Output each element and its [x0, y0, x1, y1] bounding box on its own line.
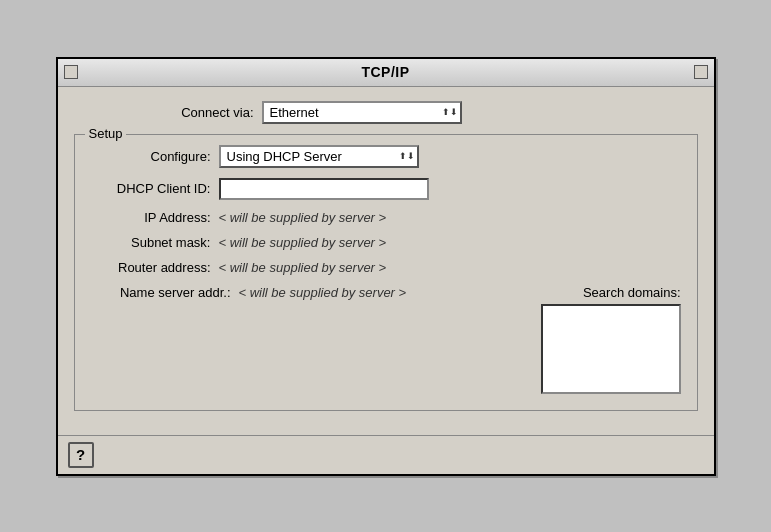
connect-via-label: Connect via:: [134, 105, 254, 120]
router-address-row: Router address: < will be supplied by se…: [91, 260, 681, 275]
bottom-section: Name server addr.: < will be supplied by…: [91, 285, 681, 394]
setup-group: Setup Configure: Using DHCP Server Manua…: [74, 134, 698, 411]
router-address-value: < will be supplied by server >: [219, 260, 387, 275]
ip-address-label: IP Address:: [91, 210, 211, 225]
setup-legend: Setup: [85, 126, 127, 141]
search-domains-section: Search domains:: [541, 285, 681, 394]
help-icon: ?: [76, 446, 85, 463]
subnet-mask-value: < will be supplied by server >: [219, 235, 387, 250]
connect-via-select-wrapper: Ethernet PPP AppleTalk (MacIP): [262, 101, 462, 124]
help-button[interactable]: ?: [68, 442, 94, 468]
configure-select-wrapper: Using DHCP Server Manually Using BootP U…: [219, 145, 419, 168]
title-bar-buttons: [64, 65, 78, 79]
router-address-label: Router address:: [91, 260, 211, 275]
window-body: Connect via: Ethernet PPP AppleTalk (Mac…: [58, 87, 714, 435]
configure-row: Configure: Using DHCP Server Manually Us…: [91, 145, 681, 168]
subnet-mask-label: Subnet mask:: [91, 235, 211, 250]
connect-via-select[interactable]: Ethernet PPP AppleTalk (MacIP): [262, 101, 462, 124]
configure-select[interactable]: Using DHCP Server Manually Using BootP U…: [219, 145, 419, 168]
configure-label: Configure:: [91, 149, 211, 164]
zoom-button[interactable]: [694, 65, 708, 79]
tcp-ip-window: TCP/IP Connect via: Ethernet PPP AppleTa…: [56, 57, 716, 476]
ip-address-row: IP Address: < will be supplied by server…: [91, 210, 681, 225]
name-server-row: Name server addr.: < will be supplied by…: [91, 285, 521, 300]
search-domains-box[interactable]: [541, 304, 681, 394]
search-domains-label: Search domains:: [541, 285, 681, 300]
connect-via-row: Connect via: Ethernet PPP AppleTalk (Mac…: [74, 101, 698, 124]
dhcp-client-id-row: DHCP Client ID:: [91, 178, 681, 200]
name-server-value: < will be supplied by server >: [239, 285, 407, 300]
ip-address-value: < will be supplied by server >: [219, 210, 387, 225]
footer: ?: [58, 435, 714, 474]
dhcp-client-id-input[interactable]: [219, 178, 429, 200]
dhcp-client-id-label: DHCP Client ID:: [91, 181, 211, 196]
title-bar: TCP/IP: [58, 59, 714, 87]
zoom-icon[interactable]: [694, 65, 708, 79]
subnet-mask-row: Subnet mask: < will be supplied by serve…: [91, 235, 681, 250]
window-title: TCP/IP: [361, 64, 409, 80]
close-button[interactable]: [64, 65, 78, 79]
name-server-label: Name server addr.:: [91, 285, 231, 300]
